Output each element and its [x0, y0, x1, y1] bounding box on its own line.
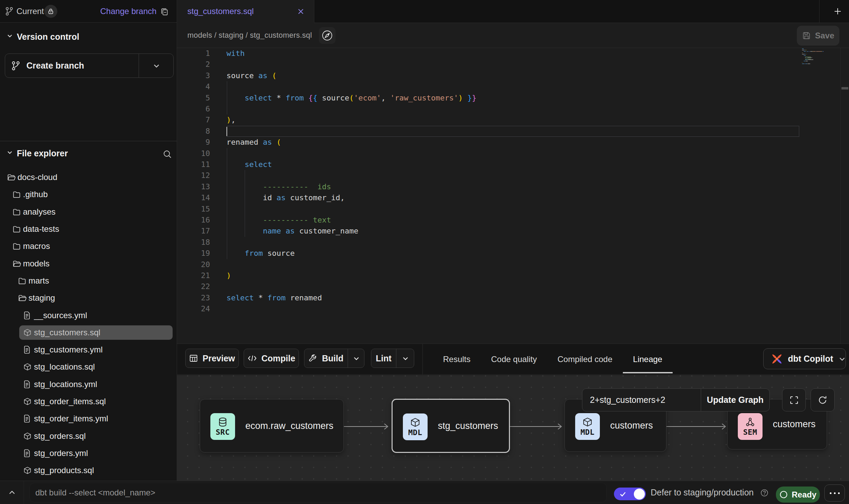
fullscreen-icon: [789, 395, 799, 405]
line-number: 5: [177, 93, 210, 104]
search-icon[interactable]: [162, 148, 173, 159]
copy-branch-icon[interactable]: [159, 6, 170, 16]
dbt-copilot-button[interactable]: dbt Copilot: [763, 348, 846, 369]
minimap-line-segment: [810, 51, 813, 52]
git-branch-icon: [5, 7, 13, 16]
tree-file-stg-order-items-sql[interactable]: stg_order_items.sql: [0, 393, 177, 410]
expand-command-bar-button[interactable]: [4, 487, 20, 499]
minimap[interactable]: [802, 48, 840, 69]
build-dropdown[interactable]: [348, 349, 365, 368]
tree-file-stg-order-items-yml[interactable]: stg_order_items.yml: [0, 410, 177, 427]
tree-folder--github[interactable]: .github: [0, 186, 177, 203]
tree-file-stg-locations-yml[interactable]: stg_locations.yml: [0, 376, 177, 393]
copilot-compass-button[interactable]: [319, 27, 336, 44]
minimap-line-segment: [805, 61, 808, 61]
tree-file-stg-customers-yml[interactable]: stg_customers.yml: [0, 341, 177, 358]
tree-file-stg-orders-sql[interactable]: stg_orders.sql: [0, 427, 177, 444]
code-token: ---------- ids: [263, 182, 331, 191]
version-control-header[interactable]: Version control: [0, 32, 177, 42]
lineage-node-source[interactable]: SRC ecom.raw_customers: [200, 399, 344, 453]
tree-folder-staging[interactable]: staging: [0, 289, 177, 307]
panel-tab-label: Code quality: [491, 355, 537, 364]
tree-folder-analyses[interactable]: analyses: [0, 203, 177, 220]
git-branch-icon: [12, 61, 20, 71]
panel-tab-results[interactable]: Results: [433, 344, 481, 374]
status-circle-icon: [779, 490, 788, 499]
close-tab-icon[interactable]: [296, 7, 305, 15]
lint-button[interactable]: Lint: [371, 353, 396, 363]
line-number: 7: [177, 115, 210, 125]
minimap-line-segment: [804, 61, 805, 61]
code-token: (: [277, 138, 281, 146]
minimap-line-segment: [802, 54, 805, 55]
tree-folder-models[interactable]: models: [0, 255, 177, 272]
line-number: 19: [177, 248, 210, 259]
lineage-selector-input[interactable]: 2+stg_customers+2: [582, 389, 701, 411]
code-token: [226, 227, 263, 235]
lint-dropdown[interactable]: [396, 349, 415, 368]
code-token: renamed: [226, 138, 263, 146]
change-branch-link[interactable]: Change branch: [100, 0, 156, 23]
tree-item-label: macros: [23, 241, 50, 251]
tree-folder-docs-cloud[interactable]: docs-cloud: [0, 169, 177, 186]
help-icon[interactable]: [760, 489, 768, 497]
lineage-node-stg-customers[interactable]: MDL stg_customers: [392, 399, 510, 453]
defer-toggle[interactable]: [614, 488, 646, 500]
tree-file-stg-locations-sql[interactable]: stg_locations.sql: [0, 358, 177, 375]
new-tab-button[interactable]: [826, 3, 849, 19]
code-token: as: [286, 227, 299, 235]
line-number: 16: [177, 215, 210, 226]
sidebar: Current Change branch Ve: [0, 0, 177, 481]
tree-folder-macros[interactable]: macros: [0, 238, 177, 255]
code-token: select: [226, 293, 258, 302]
tree-folder-data-tests[interactable]: data-tests: [0, 220, 177, 238]
lineage-canvas[interactable]: SRC ecom.raw_customers MDL stg_customers…: [177, 375, 849, 481]
preview-button[interactable]: Preview: [185, 349, 239, 368]
ready-status-button[interactable]: Ready: [776, 487, 820, 503]
code-line-9: renamed as (: [226, 137, 281, 148]
tree-item-label: stg_order_items.yml: [34, 414, 108, 423]
tab-stg-customers-sql[interactable]: stg_customers.sql: [177, 0, 314, 23]
line-number: 21: [177, 270, 210, 281]
tree-file-stg-orders-yml[interactable]: stg_orders.yml: [0, 445, 177, 462]
tree-folder-marts[interactable]: marts: [0, 272, 177, 289]
command-input[interactable]: dbt build --select <model_name>: [30, 483, 607, 502]
minimap-line-segment: [810, 51, 810, 52]
compile-button[interactable]: Compile: [244, 349, 299, 368]
code-line-1: with: [226, 48, 245, 59]
create-branch-label: Create branch: [26, 61, 84, 71]
tree-item-label: stg_customers.yml: [34, 345, 103, 355]
fullscreen-button[interactable]: [782, 388, 806, 411]
minimap-line-segment: [813, 51, 815, 52]
code-editor[interactable]: 123456789101112131415161718192021222324 …: [177, 48, 849, 344]
line-number: 1: [177, 48, 210, 59]
panel-tab-lineage[interactable]: Lineage: [623, 344, 673, 374]
create-branch-dropdown[interactable]: [139, 54, 174, 77]
line-number: 15: [177, 204, 210, 215]
divider: [819, 0, 819, 23]
lint-label: Lint: [376, 353, 392, 363]
file-explorer-header[interactable]: File explorer: [0, 148, 177, 158]
code-line-11: select: [226, 159, 272, 170]
panel-tab-compiled-code[interactable]: Compiled code: [547, 344, 623, 374]
update-graph-button[interactable]: Update Graph: [701, 389, 769, 411]
branch-header: Current Change branch: [0, 0, 177, 23]
code-line-13: ---------- ids: [226, 181, 331, 192]
minimap-line-segment: [823, 51, 824, 52]
folder-open-icon: [12, 259, 21, 268]
wrench-icon: [309, 354, 317, 363]
save-button[interactable]: Save: [797, 26, 839, 46]
panel-tab-label: Lineage: [633, 355, 662, 364]
tree-item-label: marts: [28, 276, 49, 286]
more-options-button[interactable]: [824, 484, 845, 502]
tree-file-stg-products-sql[interactable]: stg_products.sql: [0, 462, 177, 479]
tree-file-stg-customers-sql[interactable]: stg_customers.sql: [0, 324, 177, 341]
code-token: ): [226, 116, 231, 124]
create-branch-split-button: Create branch: [5, 53, 174, 78]
panel-tab-code-quality[interactable]: Code quality: [481, 344, 547, 374]
tree-file--sources-yml[interactable]: __sources.yml: [0, 307, 177, 324]
code-line-23: select * from renamed: [226, 292, 322, 303]
refresh-button[interactable]: [811, 388, 835, 411]
build-button[interactable]: Build: [304, 353, 348, 363]
create-branch-button[interactable]: Create branch: [5, 54, 139, 77]
